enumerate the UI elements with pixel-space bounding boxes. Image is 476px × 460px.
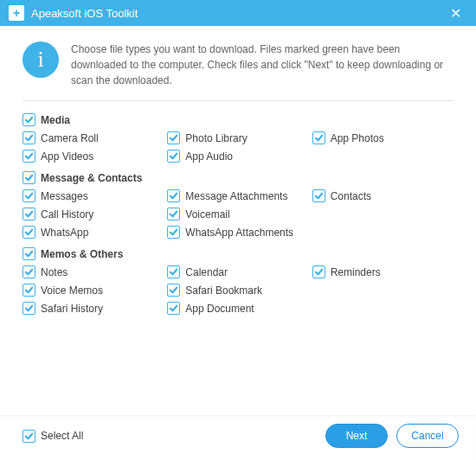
file-type-checkbox[interactable]: Reminders [312, 265, 453, 278]
checkbox-icon [312, 131, 325, 144]
file-type-checkbox[interactable]: WhatsApp Attachments [167, 226, 308, 239]
file-type-checkbox[interactable]: Call History [23, 208, 164, 220]
file-type-label: WhatsApp Attachments [185, 227, 293, 239]
file-type-label: Contacts [331, 190, 371, 202]
file-type-label: Messages [41, 190, 88, 202]
file-type-label: App Document [185, 303, 254, 315]
checkbox-icon [167, 131, 180, 144]
group-items: MessagesMessage AttachmentsContactsCall … [23, 189, 453, 239]
file-type-label: Safari Bookmark [185, 284, 262, 297]
checkbox-icon [312, 189, 325, 202]
file-type-label: WhatsApp [41, 227, 88, 239]
group: Message & ContactsMessagesMessage Attach… [23, 171, 453, 239]
footer: Select All Next Cancel [0, 415, 476, 460]
file-type-checkbox[interactable]: App Photos [312, 131, 453, 144]
checkbox-icon [23, 113, 35, 126]
file-type-checkbox[interactable]: Voice Memos [23, 284, 164, 297]
info-text: Choose file types you want to download. … [71, 42, 453, 88]
checkbox-icon [23, 171, 35, 184]
file-type-label: App Audio [185, 150, 233, 163]
checkbox-icon [23, 284, 35, 297]
empty-cell [312, 284, 453, 297]
file-type-label: Message Attachments [185, 190, 287, 202]
file-type-checkbox[interactable]: Message Attachments [167, 189, 308, 202]
file-type-checkbox[interactable]: Safari Bookmark [167, 284, 308, 297]
file-type-checkbox[interactable]: Messages [23, 189, 164, 202]
empty-cell [312, 208, 453, 220]
checkbox-icon [167, 208, 180, 220]
content-area: i Choose file types you want to download… [0, 26, 476, 415]
checkbox-icon [167, 226, 180, 239]
checkbox-icon [312, 265, 325, 278]
file-type-label: App Videos [41, 150, 93, 163]
checkbox-icon [23, 150, 35, 163]
checkbox-icon [167, 189, 180, 202]
file-type-label: Reminders [331, 266, 381, 278]
group-header-checkbox[interactable]: Media [23, 113, 453, 126]
select-all-label: Select All [41, 430, 83, 442]
checkbox-icon [23, 302, 35, 315]
group-items: NotesCalendarRemindersVoice MemosSafari … [23, 265, 453, 315]
file-type-label: Photo Library [185, 132, 247, 144]
group: MediaCamera RollPhoto LibraryApp PhotosA… [23, 113, 453, 163]
file-type-checkbox[interactable]: Calendar [167, 265, 308, 278]
file-type-checkbox[interactable]: Notes [23, 265, 164, 278]
checkbox-icon [23, 247, 35, 260]
file-type-label: Calendar [185, 266, 228, 278]
file-type-checkbox[interactable]: App Audio [167, 150, 308, 163]
cancel-button[interactable]: Cancel [396, 424, 459, 448]
file-type-checkbox[interactable]: Camera Roll [23, 131, 164, 144]
checkbox-icon [23, 208, 35, 220]
checkbox-icon [23, 189, 35, 202]
select-all-checkbox[interactable]: Select All [23, 430, 83, 443]
info-icon: i [23, 42, 59, 78]
file-type-checkbox[interactable]: App Videos [23, 150, 164, 163]
group: Memos & OthersNotesCalendarRemindersVoic… [23, 247, 453, 315]
titlebar: + Apeaksoft iOS Toolkit ✕ [0, 0, 476, 26]
checkbox-icon [23, 131, 35, 144]
file-type-checkbox[interactable]: Photo Library [167, 131, 308, 144]
close-icon[interactable]: ✕ [443, 3, 467, 22]
group-header-label: Memos & Others [41, 248, 123, 260]
group-header-checkbox[interactable]: Message & Contacts [23, 171, 453, 184]
group-header-label: Media [41, 114, 70, 126]
file-type-checkbox[interactable]: Safari History [23, 302, 164, 315]
app-window: + Apeaksoft iOS Toolkit ✕ i Choose file … [0, 0, 476, 460]
file-type-checkbox[interactable]: Voicemail [167, 208, 308, 220]
next-button[interactable]: Next [325, 424, 388, 448]
file-type-checkbox[interactable]: App Document [167, 302, 308, 315]
checkbox-icon [167, 284, 180, 297]
file-type-label: Voicemail [185, 208, 229, 220]
checkbox-icon [167, 302, 180, 315]
file-type-label: Voice Memos [41, 284, 103, 297]
app-title: Apeaksoft iOS Toolkit [31, 7, 443, 20]
file-type-checkbox[interactable]: WhatsApp [23, 226, 164, 239]
group-header-checkbox[interactable]: Memos & Others [23, 247, 453, 260]
file-type-groups: MediaCamera RollPhoto LibraryApp PhotosA… [23, 101, 453, 415]
file-type-label: Notes [41, 266, 68, 278]
file-type-label: App Photos [331, 132, 384, 144]
info-banner: i Choose file types you want to download… [23, 42, 453, 101]
file-type-checkbox[interactable]: Contacts [312, 189, 453, 202]
app-icon: + [9, 5, 24, 21]
file-type-label: Call History [41, 208, 93, 220]
file-type-label: Safari History [41, 303, 103, 315]
checkbox-icon [23, 265, 35, 278]
checkbox-icon [167, 265, 180, 278]
checkbox-icon [23, 430, 35, 443]
checkbox-icon [167, 150, 180, 163]
group-items: Camera RollPhoto LibraryApp PhotosApp Vi… [23, 131, 453, 163]
file-type-label: Camera Roll [41, 132, 99, 144]
checkbox-icon [23, 226, 35, 239]
group-header-label: Message & Contacts [41, 172, 142, 184]
